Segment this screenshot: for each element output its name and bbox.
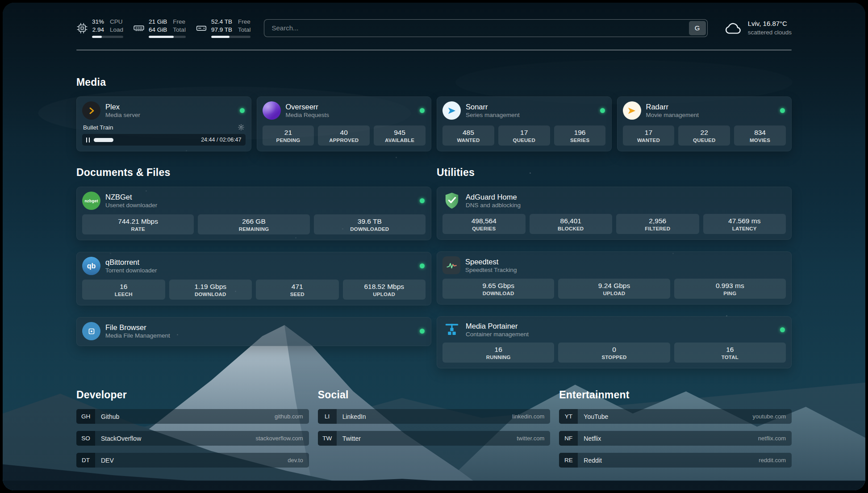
service-name: qBittorrent xyxy=(105,258,415,267)
memory-free-label: Free xyxy=(173,18,186,26)
service-subtitle: DNS and adblocking xyxy=(466,202,786,209)
cpu-icon xyxy=(76,22,88,34)
resource-widgets: 31% 2.94 CPU Load xyxy=(76,18,250,38)
service-card-sonarr[interactable]: Sonarr Series management 485 WANTED 17 Q… xyxy=(437,96,612,151)
service-subtitle: Series management xyxy=(466,112,595,118)
stat-ping: 0.993 ms PING xyxy=(674,279,786,299)
bookmark-abbr: YT xyxy=(559,409,578,424)
qbittorrent-icon: qb xyxy=(82,257,100,275)
stat-total: 16 TOTAL xyxy=(674,343,786,363)
documents-section-title: Documents & Files xyxy=(76,167,431,179)
stat-wanted: 485 WANTED xyxy=(442,125,494,146)
bookmark-url: dev.to xyxy=(282,457,309,464)
bookmark-reddit[interactable]: RE Reddit reddit.com xyxy=(559,453,792,468)
memory-total-label: Total xyxy=(173,26,186,34)
stat-upload: 618.52 Mbps UPLOAD xyxy=(343,280,426,300)
social-section-title: Social xyxy=(318,389,551,401)
bookmark-abbr: TW xyxy=(318,431,337,446)
service-subtitle: Media File Management xyxy=(105,332,415,339)
service-card-media-portainer[interactable]: Media Portainer Container management 16 … xyxy=(437,316,792,368)
bookmark-url: netflix.com xyxy=(752,435,792,442)
service-subtitle: Media server xyxy=(105,112,235,118)
service-card-speedtest[interactable]: Speedtest Speedtest Tracking 9.65 Gbps D… xyxy=(437,251,792,305)
stat-blocked: 86,401 BLOCKED xyxy=(530,214,613,234)
bookmark-netflix[interactable]: NF Netflix netflix.com xyxy=(559,431,792,446)
weather-location-temperature: Lviv, 16.87°C xyxy=(748,19,792,28)
stat-latency: 47.569 ms LATENCY xyxy=(703,214,786,234)
disk-free-label: Free xyxy=(238,18,251,26)
service-card-adguard-home[interactable]: AdGuard Home DNS and adblocking 498,564 … xyxy=(437,187,792,240)
service-name: File Browser xyxy=(105,323,415,332)
media-section-title: Media xyxy=(76,76,792,88)
sonarr-icon xyxy=(442,101,461,120)
bookmark-linkedin[interactable]: LI LinkedIn linkedin.com xyxy=(318,409,551,424)
bookmark-twitter[interactable]: TW Twitter twitter.com xyxy=(318,431,551,446)
service-card-radarr[interactable]: Radarr Movie management 17 WANTED 22 QUE… xyxy=(617,96,792,151)
section-documents-files: Documents & Files nzbget NZBGet Usenet d… xyxy=(76,167,431,368)
bookmark-name: YouTube xyxy=(578,413,747,420)
stat-upload: 9.24 Gbps UPLOAD xyxy=(558,279,670,299)
service-card-file-browser[interactable]: File Browser Media File Management xyxy=(76,317,431,346)
service-card-plex[interactable]: Plex Media server Bullet Train xyxy=(76,96,251,151)
bookmark-abbr: NF xyxy=(559,431,578,446)
service-card-nzbget[interactable]: nzbget NZBGet Usenet downloader 744.21 M… xyxy=(76,187,431,240)
cpu-usage-value: 31% xyxy=(92,18,104,26)
disk-total-value: 97.9 TB xyxy=(211,26,232,34)
bookmark-url: reddit.com xyxy=(753,457,792,464)
stat-remaining: 266 GB REMAINING xyxy=(198,214,309,234)
service-card-overseerr[interactable]: Overseerr Media Requests 21 PENDING 40 A… xyxy=(257,96,432,151)
service-name: Sonarr xyxy=(466,103,595,111)
bookmark-abbr: LI xyxy=(318,409,337,424)
bookmark-abbr: DT xyxy=(76,453,95,468)
section-utilities: Utilities xyxy=(437,167,792,368)
now-playing-title: Bullet Train xyxy=(83,124,113,131)
bookmark-url: youtube.com xyxy=(747,413,792,420)
disk-total-label: Total xyxy=(238,26,251,34)
stat-download: 9.65 Gbps DOWNLOAD xyxy=(442,279,554,299)
service-card-qbittorrent[interactable]: qb qBittorrent Torrent downloader 16 xyxy=(76,252,431,305)
plex-icon xyxy=(82,101,100,120)
bookmark-name: Twitter xyxy=(337,435,511,442)
status-dot xyxy=(780,108,785,113)
bookmark-stackoverflow[interactable]: SO StackOverflow stackoverflow.com xyxy=(76,431,309,446)
plex-now-playing: Bullet Train xyxy=(82,120,246,146)
bookmark-abbr: RE xyxy=(559,453,578,468)
cloud-icon xyxy=(724,19,743,38)
status-dot xyxy=(420,108,425,113)
status-dot xyxy=(420,263,425,268)
cpu-load-value: 2.94 xyxy=(92,26,104,34)
weather-condition: scattered clouds xyxy=(748,29,792,37)
bookmark-youtube[interactable]: YT YouTube youtube.com xyxy=(559,409,792,424)
stat-seed: 471 SEED xyxy=(256,280,339,300)
bookmark-name: Reddit xyxy=(578,457,753,464)
status-dot xyxy=(780,327,785,332)
developer-section-title: Developer xyxy=(76,389,309,401)
dashboard-screen: 31% 2.94 CPU Load xyxy=(3,3,865,490)
adguard-icon xyxy=(442,192,461,209)
bookmark-github[interactable]: GH Github github.com xyxy=(76,409,309,424)
dashboard-content: 31% 2.94 CPU Load xyxy=(3,3,865,485)
stat-rate: 744.21 Mbps RATE xyxy=(82,214,194,234)
service-subtitle: Movie management xyxy=(646,112,776,118)
bookmark-name: Github xyxy=(95,413,269,420)
service-subtitle: Torrent downloader xyxy=(105,267,415,274)
service-subtitle: Usenet downloader xyxy=(105,202,415,209)
stat-approved: 40 APPROVED xyxy=(318,125,370,146)
bookmark-dev[interactable]: DT DEV dev.to xyxy=(76,453,309,468)
speedtest-icon xyxy=(442,256,460,274)
service-subtitle: Media Requests xyxy=(286,112,415,118)
status-dot xyxy=(420,329,425,334)
bookmark-url: linkedin.com xyxy=(506,413,550,420)
service-subtitle: Container management xyxy=(466,331,775,338)
nzbget-icon: nzbget xyxy=(82,192,100,210)
search-bar[interactable]: G xyxy=(264,19,707,37)
service-subtitle: Speedtest Tracking xyxy=(465,267,786,273)
stat-queued: 17 QUEUED xyxy=(498,125,550,146)
status-dot xyxy=(420,198,425,203)
stat-queued: 22 QUEUED xyxy=(678,125,730,146)
stat-stopped: 0 STOPPED xyxy=(558,343,670,363)
stat-downloaded: 39.6 TB DOWNLOADED xyxy=(314,214,426,234)
search-provider-button[interactable]: G xyxy=(689,21,706,35)
search-input[interactable] xyxy=(266,21,689,35)
gear-icon[interactable] xyxy=(238,124,245,131)
